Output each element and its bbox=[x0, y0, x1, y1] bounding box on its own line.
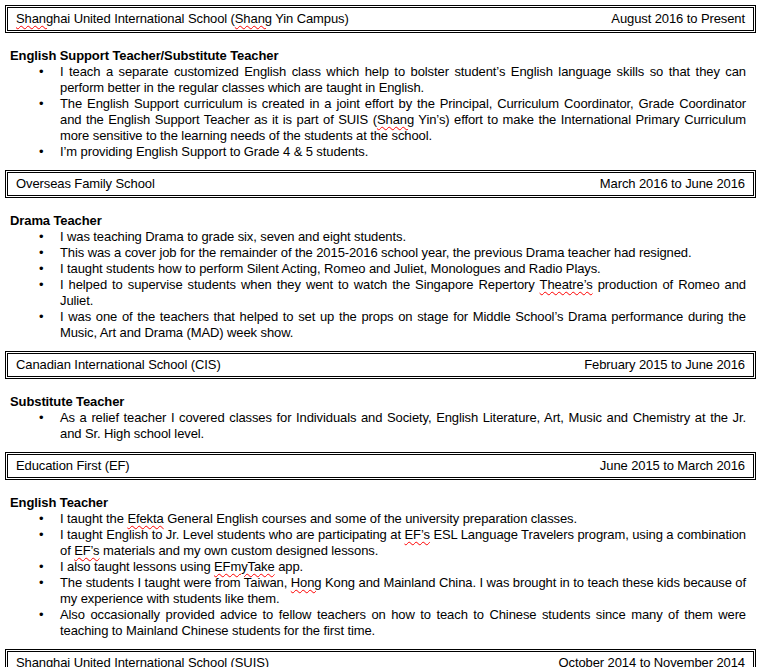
bullet-list: I was teaching Drama to grade six, seven… bbox=[5, 229, 756, 341]
misspelled-word: Shang bbox=[235, 11, 272, 26]
date-range: August 2016 to Present bbox=[611, 11, 745, 27]
job-header: Shanghai United International School (SU… bbox=[7, 651, 754, 667]
bullet-item: The students I taught were from Taiwan, … bbox=[60, 575, 746, 607]
date-range: March 2016 to June 2016 bbox=[600, 176, 745, 192]
bullet-item: As a relief teacher I covered classes fo… bbox=[60, 410, 746, 442]
job-header: Overseas Family School March 2016 to Jun… bbox=[7, 172, 754, 196]
bullet-item: I was teaching Drama to grade six, seven… bbox=[60, 229, 746, 245]
bullet-item: I’m providing English Support to Grade 4… bbox=[60, 144, 746, 160]
job-section: Overseas Family School March 2016 to Jun… bbox=[5, 170, 756, 341]
misspelled-word: Hong bbox=[291, 575, 322, 590]
bullet-item: I taught students how to perform Silent … bbox=[60, 261, 746, 277]
school-name: Shanghai United International School (Sh… bbox=[16, 11, 349, 27]
date-range: June 2015 to March 2016 bbox=[600, 458, 745, 474]
job-header-box: Shanghai United International School (Sh… bbox=[5, 5, 756, 33]
school-name: Canadian International School (CIS) bbox=[16, 357, 221, 373]
school-name: Education First (EF) bbox=[16, 458, 130, 474]
job-header-box: Education First (EF) June 2015 to March … bbox=[5, 452, 756, 480]
misspelled-word: Shang bbox=[377, 112, 414, 127]
bullet-item: The English Support curriculum is create… bbox=[60, 96, 746, 144]
bullet-list: As a relief teacher I covered classes fo… bbox=[5, 410, 756, 442]
misspelled-word: EF’s bbox=[404, 527, 429, 542]
misspelled-word: EFmyTake bbox=[214, 559, 275, 574]
misspelled-word: Shang bbox=[16, 11, 53, 26]
job-header-box: Overseas Family School March 2016 to Jun… bbox=[5, 170, 756, 198]
school-name: Shanghai United International School (SU… bbox=[16, 655, 269, 667]
job-title: Drama Teacher bbox=[10, 213, 756, 229]
job-header: Education First (EF) June 2015 to March … bbox=[7, 454, 754, 478]
resume-page: Shanghai United International School (Sh… bbox=[0, 0, 763, 667]
bullet-item: I teach a separate customized English cl… bbox=[60, 64, 746, 96]
job-section: Shanghai United International School (SU… bbox=[5, 649, 756, 667]
job-header-box: Shanghai United International School (SU… bbox=[5, 649, 756, 667]
bullet-item: I also taught lessons using EFmyTake app… bbox=[60, 559, 746, 575]
job-header: Canadian International School (CIS) Febr… bbox=[7, 353, 754, 377]
job-section: Canadian International School (CIS) Febr… bbox=[5, 351, 756, 442]
job-header: Shanghai United International School (Sh… bbox=[7, 7, 754, 31]
misspelled-word: EF’s bbox=[74, 543, 99, 558]
bullet-item: I taught the Efekta General English cour… bbox=[60, 511, 746, 527]
job-title: English Support Teacher/Substitute Teach… bbox=[10, 48, 756, 64]
bullet-item: I taught English to Jr. Level students w… bbox=[60, 527, 746, 559]
misspelled-word: Theatre’s bbox=[540, 277, 593, 292]
bullet-list: I teach a separate customized English cl… bbox=[5, 64, 756, 160]
job-title: English Teacher bbox=[10, 495, 756, 511]
bullet-item: I helped to supervise students when they… bbox=[60, 277, 746, 309]
bullet-item: Also occasionally provided advice to fel… bbox=[60, 607, 746, 639]
bullet-list: I taught the Efekta General English cour… bbox=[5, 511, 756, 639]
misspelled-word: Efekta bbox=[127, 511, 163, 526]
job-title: Substitute Teacher bbox=[10, 394, 756, 410]
date-range: February 2015 to June 2016 bbox=[584, 357, 745, 373]
job-section: Shanghai United International School (Sh… bbox=[5, 5, 756, 160]
job-section: Education First (EF) June 2015 to March … bbox=[5, 452, 756, 639]
bullet-item: I was one of the teachers that helped to… bbox=[60, 309, 746, 341]
school-name: Overseas Family School bbox=[16, 176, 155, 192]
date-range: October 2014 to November 2014 bbox=[559, 655, 745, 667]
job-header-box: Canadian International School (CIS) Febr… bbox=[5, 351, 756, 379]
bullet-item: This was a cover job for the remainder o… bbox=[60, 245, 746, 261]
